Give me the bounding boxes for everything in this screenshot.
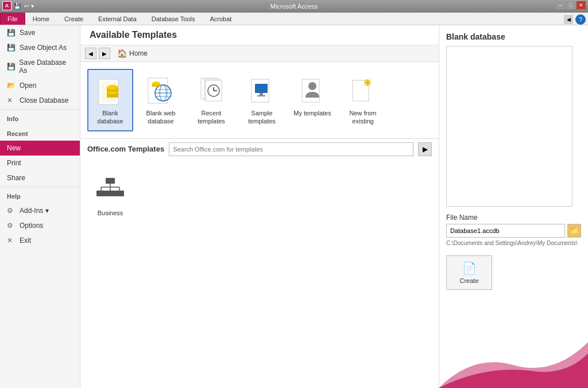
template-my[interactable]: My templates bbox=[289, 69, 335, 131]
window-title: Microsoft Access bbox=[270, 3, 318, 10]
sidebar-section-info: Info bbox=[0, 112, 80, 126]
blank-db-label: Blank database bbox=[97, 109, 123, 126]
svg-rect-24 bbox=[255, 84, 268, 93]
sidebar-section-help: Help bbox=[0, 189, 80, 203]
sidebar: 💾 Save 💾 Save Object As 💾 Save Database … bbox=[0, 25, 80, 388]
svg-rect-42 bbox=[115, 191, 124, 196]
sidebar-item-addins[interactable]: ⚙ Add-Ins ▾ bbox=[0, 203, 80, 218]
my-templates-icon bbox=[296, 75, 328, 107]
options-icon: ⚙ bbox=[7, 222, 16, 230]
business-area: Business bbox=[80, 164, 439, 227]
sidebar-section-recent: Recent bbox=[0, 127, 80, 141]
tab-acrobat[interactable]: Acrobat bbox=[202, 13, 239, 25]
office-section-title: Office.com Templates bbox=[87, 145, 164, 153]
create-btn[interactable]: 📄 Create bbox=[446, 255, 492, 290]
new-from-existing-icon bbox=[347, 75, 379, 107]
tab-create[interactable]: Create bbox=[57, 13, 91, 25]
template-grid: Blank database bbox=[80, 62, 439, 138]
nav-bar: ◀ ▶ 🏠 Home bbox=[80, 45, 439, 62]
svg-rect-26 bbox=[257, 95, 265, 96]
close-db-icon: ✕ bbox=[7, 96, 16, 104]
template-sample[interactable]: Sample templates bbox=[239, 69, 285, 131]
nav-home-btn[interactable]: 🏠 Home bbox=[113, 48, 152, 59]
create-doc-icon: 📄 bbox=[462, 261, 477, 275]
save-object-icon: 💾 bbox=[7, 44, 16, 52]
blank-web-label: Blank web database bbox=[141, 109, 180, 126]
file-path: C:\Documents and Settings\Andrey\My Docu… bbox=[446, 240, 581, 246]
office-section: Office.com Templates ▶ bbox=[80, 138, 439, 164]
tab-home[interactable]: Home bbox=[25, 13, 57, 25]
content-area: Available Templates ◀ ▶ 🏠 Home bbox=[80, 25, 439, 388]
exit-icon: ✕ bbox=[7, 236, 16, 245]
app-icon: A bbox=[2, 1, 11, 10]
template-business[interactable]: Business bbox=[87, 169, 133, 223]
sidebar-item-save[interactable]: 💾 Save bbox=[0, 25, 80, 40]
svg-rect-25 bbox=[260, 93, 263, 95]
addins-icon: ⚙ bbox=[7, 207, 16, 215]
template-blank-db[interactable]: Blank database bbox=[87, 69, 133, 131]
svg-rect-40 bbox=[96, 191, 106, 196]
ribbon: File Home Create External Data Database … bbox=[0, 13, 588, 25]
sidebar-item-save-database-as[interactable]: 💾 Save Database As bbox=[0, 55, 80, 78]
sidebar-item-exit[interactable]: ✕ Exit bbox=[0, 233, 80, 248]
sample-icon bbox=[246, 75, 278, 107]
save-database-icon: 💾 bbox=[7, 63, 16, 71]
quick-undo[interactable]: ↩ bbox=[23, 3, 30, 9]
business-icon bbox=[94, 174, 126, 207]
content-header: Available Templates bbox=[80, 25, 439, 45]
template-blank-web[interactable]: Blank web database bbox=[138, 69, 184, 131]
svg-point-16 bbox=[152, 82, 160, 85]
svg-rect-34 bbox=[106, 178, 115, 184]
open-icon: 📂 bbox=[7, 82, 16, 90]
tab-database-tools[interactable]: Database Tools bbox=[144, 13, 203, 25]
search-input[interactable] bbox=[169, 142, 413, 156]
business-label: Business bbox=[98, 209, 123, 217]
svg-point-7 bbox=[107, 85, 118, 90]
svg-rect-41 bbox=[106, 191, 115, 196]
template-recent[interactable]: Recent templates bbox=[188, 69, 234, 131]
file-name-label: File Name bbox=[446, 214, 581, 222]
sidebar-item-open[interactable]: 📂 Open bbox=[0, 78, 80, 93]
new-from-existing-label: New from existing bbox=[343, 109, 382, 126]
nav-back-btn[interactable]: ◀ bbox=[85, 48, 96, 59]
tab-file[interactable]: File bbox=[0, 13, 25, 25]
sample-label: Sample templates bbox=[242, 109, 281, 126]
my-templates-label: My templates bbox=[293, 109, 331, 117]
folder-icon: 📁 bbox=[570, 227, 579, 235]
nav-forward-btn[interactable]: ▶ bbox=[99, 48, 110, 59]
blank-web-icon bbox=[145, 75, 177, 107]
quick-dropdown[interactable]: ▾ bbox=[31, 3, 34, 9]
close-btn[interactable]: ✕ bbox=[577, 1, 586, 9]
minimize-btn[interactable]: ─ bbox=[556, 1, 565, 9]
recent-label: Recent templates bbox=[192, 109, 231, 126]
sidebar-item-close[interactable]: ✕ Close Database bbox=[0, 93, 80, 108]
db-preview bbox=[446, 46, 572, 207]
sidebar-item-options[interactable]: ⚙ Options bbox=[0, 218, 80, 233]
sidebar-item-new[interactable]: New bbox=[0, 141, 80, 156]
browse-folder-btn[interactable]: 📁 bbox=[567, 224, 581, 238]
quick-save[interactable]: 💾 bbox=[13, 3, 22, 9]
save-icon: 💾 bbox=[7, 29, 16, 37]
title-bar: A 💾 ↩ ▾ Microsoft Access ─ □ ✕ bbox=[0, 0, 588, 13]
tab-external-data[interactable]: External Data bbox=[91, 13, 144, 25]
help-back-btn[interactable]: ◀ bbox=[564, 15, 573, 24]
file-name-input[interactable] bbox=[446, 224, 565, 238]
right-panel: Blank database File Name 📁 C:\Documents … bbox=[439, 25, 588, 388]
sidebar-item-save-object-as[interactable]: 💾 Save Object As bbox=[0, 40, 80, 55]
svg-point-28 bbox=[308, 82, 316, 90]
recent-icon bbox=[195, 75, 227, 107]
home-icon: 🏠 bbox=[117, 49, 127, 58]
help-icon[interactable]: ? bbox=[575, 14, 586, 25]
wave-decoration bbox=[439, 319, 588, 388]
sidebar-item-print[interactable]: Print bbox=[0, 156, 80, 170]
create-label: Create bbox=[459, 277, 478, 284]
sidebar-item-share[interactable]: Share bbox=[0, 170, 80, 185]
blank-db-icon bbox=[94, 75, 126, 107]
template-new-from-existing[interactable]: New from existing bbox=[340, 69, 386, 131]
right-panel-title: Blank database bbox=[446, 32, 581, 41]
search-btn[interactable]: ▶ bbox=[418, 142, 432, 156]
restore-btn[interactable]: □ bbox=[566, 1, 575, 9]
